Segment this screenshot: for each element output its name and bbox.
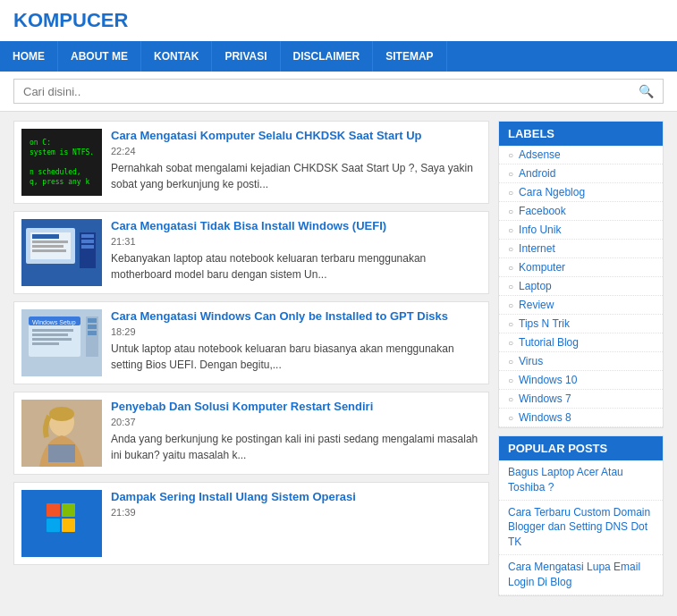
popular-post-link[interactable]: Cara Terbaru Custom Domain Blogger dan S… <box>508 505 654 550</box>
list-item: ○Info Unik <box>499 221 663 240</box>
label-link[interactable]: Komputer <box>519 261 565 274</box>
list-item: ○Android <box>499 165 663 183</box>
list-item: ○Virus <box>499 352 663 371</box>
post-time: 20:37 <box>111 417 481 427</box>
label-link[interactable]: Review <box>519 299 554 311</box>
svg-rect-9 <box>81 240 94 243</box>
svg-rect-22 <box>88 331 97 335</box>
svg-point-26 <box>49 407 74 421</box>
list-item: Cara Mengatasi Lupa Email Login Di Blog <box>499 555 663 595</box>
post-content: Dampak Sering Install Ulang Sistem Opera… <box>111 490 481 557</box>
bullet-icon: ○ <box>508 244 513 254</box>
label-link[interactable]: Windows 10 <box>519 374 577 386</box>
nav-bar: HOMEABOUT MEKONTAKPRIVASIDISCLAIMERSITEM… <box>0 41 677 72</box>
post-thumbnail: Windows Setup <box>21 309 102 376</box>
main-container: on C:system is NTFS.n scheduled,q, press… <box>0 112 677 605</box>
bullet-icon: ○ <box>508 225 513 235</box>
label-link[interactable]: Windows 8 <box>519 411 571 424</box>
sidebar: LABELS ○Adsense○Android○Cara Ngeblog○Fac… <box>498 121 664 596</box>
post-title[interactable]: Cara Mengatasi Windows Can Only be Insta… <box>111 309 481 325</box>
svg-rect-5 <box>32 245 63 248</box>
nav-item-home[interactable]: HOME <box>0 41 58 72</box>
popular-list: Bagus Laptop Acer Atau Toshiba ?Cara Ter… <box>499 460 663 595</box>
post-title[interactable]: Cara Mengatasi Komputer Selalu CHKDSK Sa… <box>111 129 481 144</box>
search-icon[interactable]: 🔍 <box>639 84 654 98</box>
site-title: KOMPUCER <box>13 9 128 31</box>
svg-rect-20 <box>88 318 97 323</box>
list-item: ○Laptop <box>499 277 663 296</box>
svg-rect-30 <box>47 519 60 532</box>
label-link[interactable]: Tutorial Blog <box>519 336 579 349</box>
popular-post-link[interactable]: Cara Mengatasi Lupa Email Login Di Blog <box>508 560 654 590</box>
label-link[interactable]: Adsense <box>519 148 561 161</box>
label-link[interactable]: Internet <box>519 242 555 255</box>
svg-rect-4 <box>32 240 68 243</box>
bullet-icon: ○ <box>508 263 513 273</box>
bullet-icon: ○ <box>508 338 513 348</box>
label-link[interactable]: Facebook <box>519 205 566 217</box>
label-link[interactable]: Laptop <box>519 280 552 292</box>
bullet-icon: ○ <box>508 319 513 329</box>
svg-rect-21 <box>88 325 97 329</box>
list-item: ○Windows 10 <box>499 371 663 390</box>
label-link[interactable]: Virus <box>519 355 543 367</box>
list-item: ○Windows 7 <box>499 390 663 409</box>
post-thumbnail <box>21 400 102 467</box>
list-item: Bagus Laptop Acer Atau Toshiba ? <box>499 460 663 501</box>
list-item: ○Tips N Trik <box>499 315 663 333</box>
post-content: Penyebab Dan Solusi Komputer Restart Sen… <box>111 400 481 467</box>
post-excerpt: Untuk laptop atau notebook keluaran baru… <box>111 341 481 373</box>
bullet-icon: ○ <box>508 357 513 367</box>
post-excerpt: Pernahkah sobat mengalami kejadian CHKDS… <box>111 160 481 192</box>
svg-rect-29 <box>62 503 75 517</box>
svg-rect-10 <box>81 245 94 249</box>
post-thumb-svg: Windows Setup <box>21 309 102 376</box>
popular-posts-box: POPULAR POSTS Bagus Laptop Acer Atau Tos… <box>498 435 664 596</box>
post-thumbnail: on C:system is NTFS.n scheduled,q, press… <box>21 129 102 196</box>
list-item: ○Review <box>499 296 663 315</box>
post-title[interactable]: Penyebab Dan Solusi Komputer Restart Sen… <box>111 400 481 415</box>
popular-post-link[interactable]: Bagus Laptop Acer Atau Toshiba ? <box>508 465 654 495</box>
bullet-icon: ○ <box>508 188 513 198</box>
search-bar: 🔍 <box>0 72 677 112</box>
bullet-icon: ○ <box>508 150 513 160</box>
svg-rect-31 <box>62 519 75 532</box>
label-link[interactable]: Info Unik <box>519 224 561 236</box>
bullet-icon: ○ <box>508 282 513 291</box>
post-thumb-svg <box>21 400 102 467</box>
post-card: Penyebab Dan Solusi Komputer Restart Sen… <box>13 392 489 475</box>
post-excerpt: Kebanyakan laptop atau notebook keluaran… <box>111 250 481 283</box>
label-link[interactable]: Android <box>519 167 555 180</box>
post-thumbnail <box>21 490 102 557</box>
search-input[interactable] <box>23 85 639 98</box>
list-item: ○Facebook <box>499 202 663 221</box>
list-item: ○Windows 8 <box>499 409 663 427</box>
list-item: Cara Terbaru Custom Domain Blogger dan S… <box>499 501 663 555</box>
labels-title: LABELS <box>499 122 663 146</box>
svg-text:Windows Setup: Windows Setup <box>32 319 76 326</box>
popular-title: POPULAR POSTS <box>499 436 663 460</box>
site-header: KOMPUCER <box>0 0 677 41</box>
post-content: Cara Mengatasi Windows Can Only be Insta… <box>111 309 481 376</box>
svg-rect-8 <box>81 234 94 238</box>
nav-item-kontak[interactable]: KONTAK <box>141 41 212 72</box>
svg-rect-17 <box>32 338 72 341</box>
nav-item-about-me[interactable]: ABOUT ME <box>58 41 141 72</box>
post-card: on C:system is NTFS.n scheduled,q, press… <box>13 121 489 204</box>
post-title[interactable]: Dampak Sering Install Ulang Sistem Opera… <box>111 490 481 505</box>
post-card: Cara Mengatasi Tidak Bisa Install Window… <box>13 211 489 294</box>
post-card: Dampak Sering Install Ulang Sistem Opera… <box>13 482 489 565</box>
nav-item-sitemap[interactable]: SITEMAP <box>373 41 446 72</box>
label-link[interactable]: Tips N Trik <box>519 317 570 330</box>
post-title[interactable]: Cara Mengatasi Tidak Bisa Install Window… <box>111 219 481 234</box>
nav-item-disclaimer[interactable]: DISCLAIMER <box>281 41 374 72</box>
nav-item-privasi[interactable]: PRIVASI <box>212 41 280 72</box>
label-link[interactable]: Windows 7 <box>519 392 571 405</box>
label-link[interactable]: Cara Ngeblog <box>519 186 585 198</box>
post-thumbnail <box>21 219 102 286</box>
list-item: ○Internet <box>499 240 663 258</box>
svg-rect-16 <box>32 333 68 336</box>
list-item: ○Cara Ngeblog <box>499 183 663 202</box>
labels-list: ○Adsense○Android○Cara Ngeblog○Facebook○I… <box>499 146 663 427</box>
post-time: 21:31 <box>111 236 481 247</box>
